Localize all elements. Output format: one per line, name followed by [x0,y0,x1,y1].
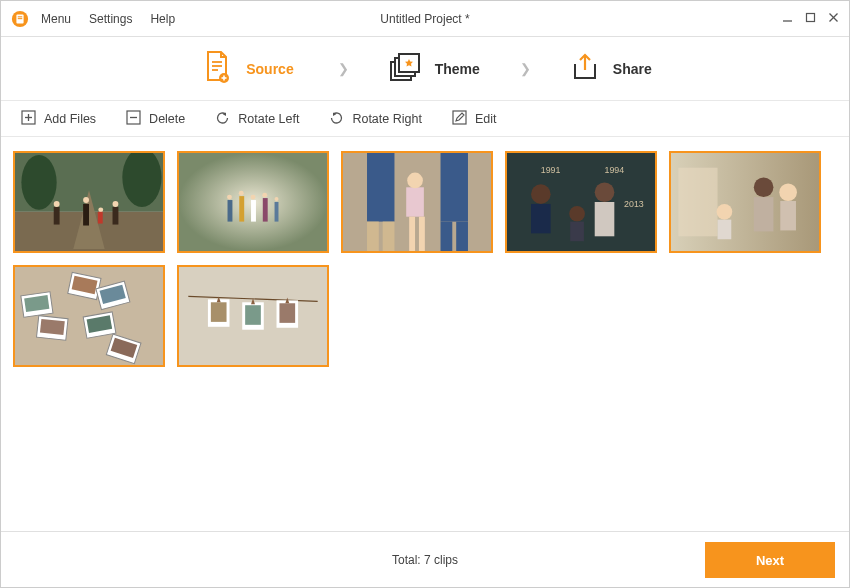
plus-box-icon [21,110,36,128]
svg-point-44 [251,195,256,200]
svg-rect-75 [780,201,796,230]
step-theme[interactable]: Theme [389,52,480,85]
svg-rect-57 [456,222,468,251]
svg-rect-96 [279,303,295,323]
svg-text:1991: 1991 [541,165,561,175]
thumbnail-item[interactable]: 199119942013 [505,151,657,253]
next-button[interactable]: Next [705,542,835,578]
svg-rect-39 [251,200,256,222]
svg-rect-84 [40,319,65,335]
svg-rect-32 [98,212,103,224]
step-theme-label: Theme [435,61,480,77]
svg-rect-27 [83,204,89,226]
svg-rect-37 [228,200,233,222]
thumbnail-item[interactable] [13,151,165,253]
titlebar: Menu Settings Help Untitled Project * [1,1,849,37]
rotate-right-button[interactable]: Rotate Right [329,110,421,128]
svg-point-66 [595,182,615,202]
rotate-right-label: Rotate Right [352,112,421,126]
svg-point-43 [239,191,244,196]
svg-point-31 [98,207,103,212]
svg-rect-71 [718,220,732,240]
app-logo-icon [11,10,29,28]
step-share[interactable]: Share [571,52,652,85]
menu-settings[interactable]: Settings [89,12,132,26]
chevron-right-icon: ❯ [520,61,531,76]
svg-rect-63 [531,204,551,233]
thumbnail-item[interactable] [669,151,821,253]
svg-rect-38 [239,196,244,221]
svg-rect-2 [18,16,23,17]
thumbnail-item[interactable] [13,265,165,367]
svg-rect-92 [211,302,227,322]
menu-help[interactable]: Help [150,12,175,26]
svg-rect-69 [678,168,717,237]
svg-rect-41 [275,202,279,222]
rotate-left-icon [215,110,230,128]
edit-button[interactable]: Edit [452,110,497,128]
svg-rect-56 [441,222,453,251]
svg-rect-5 [807,14,815,22]
svg-rect-26 [54,207,60,225]
svg-rect-55 [441,153,468,222]
svg-rect-53 [409,217,415,251]
toolbar: Add Files Delete Rotate Left Rotate Righ… [1,101,849,137]
svg-point-34 [21,155,56,210]
rotate-left-label: Rotate Left [238,112,299,126]
thumbnail-grid: 199119942013 [1,137,849,527]
maximize-button[interactable] [805,11,816,26]
svg-point-72 [754,178,774,198]
svg-point-29 [54,201,60,207]
svg-text:2013: 2013 [624,199,644,209]
menu-menu[interactable]: Menu [41,12,71,26]
delete-button[interactable]: Delete [126,110,185,128]
svg-rect-40 [263,198,268,222]
thumbnail-item[interactable] [177,265,329,367]
edit-pencil-icon [452,110,467,128]
svg-point-45 [262,193,267,198]
theme-stack-icon [389,52,421,85]
edit-label: Edit [475,112,497,126]
window-controls [782,11,839,26]
svg-rect-23 [453,111,466,124]
svg-point-52 [407,173,423,189]
rotate-right-icon [329,110,344,128]
svg-rect-50 [383,222,395,251]
step-source[interactable]: Source [202,50,293,87]
svg-rect-48 [367,153,394,222]
svg-rect-65 [570,222,584,242]
svg-point-46 [275,197,279,201]
svg-rect-49 [367,222,379,251]
window-title: Untitled Project * [380,12,469,26]
svg-point-64 [569,206,585,222]
svg-rect-3 [18,18,23,19]
svg-point-70 [717,204,733,220]
svg-point-42 [227,195,232,200]
step-bar: Source ❯ Theme ❯ Share [1,37,849,101]
share-upload-icon [571,52,599,85]
thumbnail-item[interactable] [341,151,493,253]
footer: Total: 7 clips Next [1,531,849,587]
add-files-label: Add Files [44,112,96,126]
close-button[interactable] [828,11,839,26]
svg-point-30 [83,197,89,203]
svg-point-62 [531,184,551,204]
step-share-label: Share [613,61,652,77]
step-source-label: Source [246,61,293,77]
svg-rect-28 [113,207,119,225]
total-clips-label: Total: 7 clips [392,553,458,567]
svg-text:1994: 1994 [605,165,625,175]
svg-rect-73 [754,197,774,231]
svg-rect-94 [245,305,261,325]
minimize-button[interactable] [782,11,793,26]
document-plus-icon [202,50,232,87]
minus-box-icon [126,110,141,128]
add-files-button[interactable]: Add Files [21,110,96,128]
delete-label: Delete [149,112,185,126]
svg-rect-54 [419,217,425,251]
thumbnail-item[interactable] [177,151,329,253]
svg-rect-51 [406,187,424,216]
rotate-left-button[interactable]: Rotate Left [215,110,299,128]
svg-point-33 [113,201,119,207]
chevron-right-icon: ❯ [338,61,349,76]
